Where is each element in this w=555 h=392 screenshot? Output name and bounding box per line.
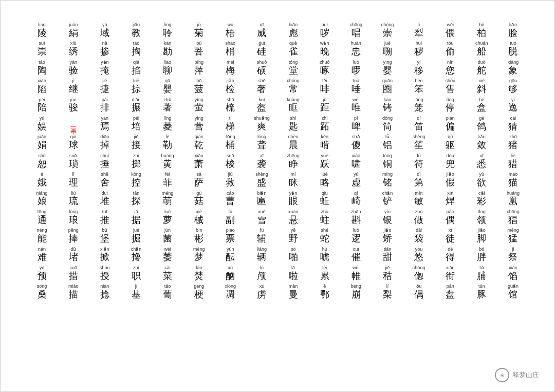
hanzi-text: 舵 bbox=[477, 65, 486, 77]
character-cell: kòng控 bbox=[120, 171, 152, 189]
hanzi-text: 乾 bbox=[194, 140, 203, 151]
character-cell: fū辅 bbox=[246, 227, 278, 245]
pinyin-text: shū bbox=[227, 97, 234, 103]
pinyin-text: guǎn bbox=[508, 284, 519, 289]
pinyin-text: lí bbox=[386, 284, 389, 289]
hanzi-text: 梨 bbox=[383, 289, 392, 301]
pinyin-text: duò bbox=[478, 60, 486, 65]
hanzi-text: 掺 bbox=[100, 46, 109, 58]
pinyin-text: tāo bbox=[133, 41, 140, 46]
pinyin-text: diāo bbox=[100, 134, 109, 140]
pinyin-text: yōu bbox=[415, 247, 423, 252]
pinyin-text: xié bbox=[479, 78, 485, 84]
pinyin-text: xuě bbox=[258, 209, 266, 215]
character-cell: páo偶 bbox=[435, 208, 466, 227]
hanzi-text: 嗍 bbox=[383, 46, 392, 58]
character-cell: jì祭 bbox=[497, 246, 529, 264]
hanzi-text: 勘 bbox=[163, 46, 172, 58]
pinyin-text: nà bbox=[102, 41, 107, 46]
pinyin-text: táo bbox=[39, 60, 45, 65]
character-cell: bēng崩 bbox=[340, 283, 372, 301]
hanzi-text: 脚 bbox=[477, 233, 486, 245]
character-cell: xū虏 bbox=[246, 283, 278, 301]
pinyin-text: kān bbox=[164, 41, 172, 46]
hanzi-text: 略 bbox=[320, 177, 329, 189]
character-cell: zhì掷 bbox=[120, 152, 152, 171]
character-cell: tuī推 bbox=[89, 208, 120, 227]
hanzi-text: 聊 bbox=[163, 65, 172, 77]
character-cell: yì逸 bbox=[497, 96, 529, 115]
character-cell: luě掠 bbox=[120, 77, 152, 96]
pinyin-text: biāo bbox=[289, 22, 298, 28]
character-cell: duò舵 bbox=[466, 59, 497, 77]
pinyin-text: péi bbox=[39, 97, 45, 103]
character-cell: wēi偎 bbox=[435, 21, 466, 40]
hanzi-text: 眯 bbox=[289, 177, 298, 189]
pinyin-text: chóng bbox=[287, 78, 300, 84]
pinyin-text: xiè bbox=[196, 209, 202, 215]
hanzi-text: 晚 bbox=[320, 46, 329, 58]
hanzi-text: 偷 bbox=[446, 46, 455, 58]
hanzi-text: 脯 bbox=[477, 271, 486, 282]
pinyin-text: què bbox=[289, 41, 297, 46]
hanzi-text: 傻 bbox=[351, 140, 361, 151]
character-cell: jiǎo脚 bbox=[466, 227, 497, 245]
character-cell: cuī催 bbox=[340, 246, 372, 264]
hanzi-text: 菱 bbox=[163, 121, 172, 133]
pinyin-text: nán bbox=[38, 247, 46, 252]
character-cell: bǔ堡 bbox=[89, 227, 120, 245]
hanzi-text: 猪 bbox=[508, 140, 517, 151]
character-cell: méi梅 bbox=[215, 59, 246, 77]
pinyin-text: luó bbox=[353, 228, 359, 233]
hanzi-text: 据 bbox=[132, 215, 141, 226]
pinyin-text: shěng bbox=[413, 134, 425, 140]
character-cell: jú菊 bbox=[183, 21, 215, 40]
character-cell: é娥 bbox=[26, 171, 58, 189]
pinyin-text: xī bbox=[480, 153, 484, 159]
pinyin-text: mí bbox=[291, 172, 296, 177]
hanzi-text: 菠 bbox=[194, 84, 203, 95]
character-cell: dǔ堵 bbox=[58, 246, 89, 264]
character-cell: pái排 bbox=[89, 96, 120, 115]
hanzi-text: 凰 bbox=[508, 196, 517, 207]
hanzi-text: 眼 bbox=[289, 196, 298, 207]
character-cell: xiàng象 bbox=[497, 59, 529, 77]
pinyin-text: tóng bbox=[383, 153, 392, 159]
hanzi-text: 堵 bbox=[69, 252, 78, 263]
character-cell: yīng婴 bbox=[372, 59, 403, 77]
hanzi-text: 萧 bbox=[194, 159, 203, 170]
hanzi-text: 舍 bbox=[100, 177, 109, 189]
pinyin-text: páo bbox=[447, 209, 454, 215]
pinyin-text: zhēng bbox=[287, 153, 300, 159]
pinyin-text: luó bbox=[164, 209, 171, 215]
pinyin-text: yǎn bbox=[289, 191, 298, 196]
pinyin-text: shòu bbox=[445, 78, 455, 84]
hanzi-text: 授 bbox=[100, 271, 109, 282]
pinyin-text: wǎn bbox=[320, 41, 329, 46]
pinyin-text: cuī bbox=[353, 247, 359, 252]
pinyin-text: yíng bbox=[195, 97, 203, 103]
character-cell: kuàng眶 bbox=[278, 96, 309, 115]
pinyin-text: yíng bbox=[195, 116, 203, 121]
hanzi-text: 敏 bbox=[414, 196, 423, 207]
hanzi-text: 铝 bbox=[383, 140, 392, 151]
hanzi-text: 鄂 bbox=[320, 289, 329, 301]
pinyin-text: jì bbox=[72, 78, 75, 84]
pinyin-text: lóng bbox=[257, 134, 266, 140]
hanzi-text: 偶 bbox=[414, 289, 423, 301]
hanzi-text: 悬 bbox=[289, 215, 298, 226]
hanzi-text: 硕 bbox=[257, 65, 266, 77]
hanzi-text: 梳 bbox=[226, 102, 235, 114]
hanzi-text: 掩 bbox=[100, 65, 109, 77]
character-cell: wéi唯 bbox=[340, 96, 372, 115]
character-cell: chǎn搀 bbox=[120, 246, 152, 264]
hanzi-text: 副 bbox=[226, 215, 235, 226]
pinyin-text: lè bbox=[166, 134, 170, 140]
character-cell: lóng笼 bbox=[403, 96, 435, 115]
pinyin-text: tún bbox=[478, 284, 485, 289]
pinyin-text: gōu bbox=[509, 78, 517, 84]
character-cell: xiān衔 bbox=[435, 264, 466, 283]
hanzi-text: 通 bbox=[38, 215, 47, 226]
character-cell: chuán船 bbox=[466, 40, 497, 58]
hanzi-text: 匾 bbox=[257, 196, 266, 207]
